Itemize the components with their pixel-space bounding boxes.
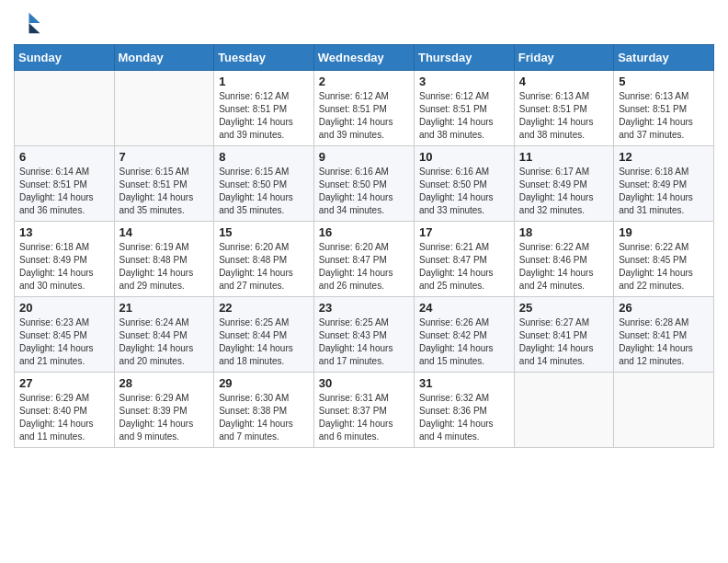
day-number: 3 — [419, 75, 509, 88]
day-of-week-header: Friday — [514, 45, 613, 71]
day-number: 22 — [219, 301, 309, 315]
day-info: Sunrise: 6:26 AMSunset: 8:42 PMDaylight:… — [419, 316, 509, 368]
calendar-cell: 27Sunrise: 6:29 AMSunset: 8:40 PMDayligh… — [15, 373, 115, 448]
day-number: 20 — [19, 301, 109, 315]
day-number: 21 — [119, 301, 210, 315]
svg-marker-1 — [29, 23, 40, 33]
calendar-cell: 1Sunrise: 6:12 AMSunset: 8:51 PMDaylight… — [214, 71, 314, 146]
day-info: Sunrise: 6:18 AMSunset: 8:49 PMDaylight:… — [619, 166, 709, 217]
calendar-cell — [114, 71, 214, 146]
day-number: 1 — [219, 75, 309, 88]
day-number: 4 — [519, 75, 609, 88]
day-number: 17 — [419, 225, 509, 239]
day-info: Sunrise: 6:18 AMSunset: 8:49 PMDaylight:… — [19, 241, 109, 293]
calendar-cell: 25Sunrise: 6:27 AMSunset: 8:41 PMDayligh… — [514, 297, 613, 373]
day-info: Sunrise: 6:14 AMSunset: 8:51 PMDaylight:… — [19, 166, 109, 217]
day-of-week-header: Tuesday — [214, 45, 314, 71]
day-info: Sunrise: 6:28 AMSunset: 8:41 PMDaylight:… — [619, 316, 709, 368]
calendar-cell: 13Sunrise: 6:18 AMSunset: 8:49 PMDayligh… — [15, 222, 115, 297]
calendar-table: SundayMondayTuesdayWednesdayThursdayFrid… — [14, 44, 714, 448]
day-info: Sunrise: 6:29 AMSunset: 8:40 PMDaylight:… — [19, 392, 109, 443]
day-number: 8 — [219, 150, 309, 164]
calendar-cell: 29Sunrise: 6:30 AMSunset: 8:38 PMDayligh… — [214, 373, 314, 448]
day-info: Sunrise: 6:17 AMSunset: 8:49 PMDaylight:… — [519, 166, 609, 217]
calendar-week-row: 13Sunrise: 6:18 AMSunset: 8:49 PMDayligh… — [15, 222, 714, 297]
day-number: 15 — [219, 225, 309, 239]
calendar-cell: 11Sunrise: 6:17 AMSunset: 8:49 PMDayligh… — [514, 146, 613, 222]
day-info: Sunrise: 6:12 AMSunset: 8:51 PMDaylight:… — [219, 90, 309, 142]
calendar-cell: 22Sunrise: 6:25 AMSunset: 8:44 PMDayligh… — [214, 297, 314, 373]
svg-marker-0 — [29, 13, 40, 23]
calendar-cell: 15Sunrise: 6:20 AMSunset: 8:48 PMDayligh… — [214, 222, 314, 297]
day-number: 12 — [619, 150, 709, 164]
day-info: Sunrise: 6:22 AMSunset: 8:45 PMDaylight:… — [619, 241, 709, 293]
calendar-cell: 28Sunrise: 6:29 AMSunset: 8:39 PMDayligh… — [114, 373, 214, 448]
day-info: Sunrise: 6:21 AMSunset: 8:47 PMDaylight:… — [419, 241, 509, 293]
day-number: 26 — [619, 301, 709, 315]
day-info: Sunrise: 6:20 AMSunset: 8:47 PMDaylight:… — [319, 241, 409, 293]
calendar-cell: 6Sunrise: 6:14 AMSunset: 8:51 PMDaylight… — [15, 146, 115, 222]
calendar-cell — [15, 71, 115, 146]
calendar-week-row: 20Sunrise: 6:23 AMSunset: 8:45 PMDayligh… — [15, 297, 714, 373]
day-number: 29 — [219, 376, 309, 390]
day-number: 11 — [519, 150, 609, 164]
calendar-cell: 19Sunrise: 6:22 AMSunset: 8:45 PMDayligh… — [614, 222, 714, 297]
day-number: 31 — [419, 376, 509, 390]
calendar-cell — [514, 373, 613, 448]
day-of-week-header: Monday — [114, 45, 214, 71]
calendar-cell: 5Sunrise: 6:13 AMSunset: 8:51 PMDaylight… — [614, 71, 714, 146]
calendar-cell: 17Sunrise: 6:21 AMSunset: 8:47 PMDayligh… — [414, 222, 514, 297]
day-number: 30 — [319, 376, 409, 390]
calendar-cell: 8Sunrise: 6:15 AMSunset: 8:50 PMDaylight… — [214, 146, 314, 222]
day-info: Sunrise: 6:27 AMSunset: 8:41 PMDaylight:… — [519, 316, 609, 368]
calendar-cell: 2Sunrise: 6:12 AMSunset: 8:51 PMDaylight… — [313, 71, 414, 146]
calendar-cell: 20Sunrise: 6:23 AMSunset: 8:45 PMDayligh… — [15, 297, 115, 373]
day-info: Sunrise: 6:19 AMSunset: 8:48 PMDaylight:… — [119, 241, 210, 293]
day-number: 6 — [19, 150, 109, 164]
day-info: Sunrise: 6:20 AMSunset: 8:48 PMDaylight:… — [219, 241, 309, 293]
calendar-cell: 3Sunrise: 6:12 AMSunset: 8:51 PMDaylight… — [414, 71, 514, 146]
logo-icon — [14, 9, 41, 37]
calendar-cell: 12Sunrise: 6:18 AMSunset: 8:49 PMDayligh… — [614, 146, 714, 222]
day-of-week-header: Sunday — [15, 45, 115, 71]
day-number: 25 — [519, 301, 609, 315]
calendar-cell: 26Sunrise: 6:28 AMSunset: 8:41 PMDayligh… — [614, 297, 714, 373]
day-number: 18 — [519, 225, 609, 239]
day-info: Sunrise: 6:15 AMSunset: 8:51 PMDaylight:… — [119, 166, 210, 217]
calendar-cell: 21Sunrise: 6:24 AMSunset: 8:44 PMDayligh… — [114, 297, 214, 373]
day-info: Sunrise: 6:29 AMSunset: 8:39 PMDaylight:… — [119, 392, 210, 443]
calendar-cell: 30Sunrise: 6:31 AMSunset: 8:37 PMDayligh… — [313, 373, 414, 448]
day-number: 19 — [619, 225, 709, 239]
day-number: 28 — [119, 376, 210, 390]
calendar-week-row: 27Sunrise: 6:29 AMSunset: 8:40 PMDayligh… — [15, 373, 714, 448]
calendar-cell: 14Sunrise: 6:19 AMSunset: 8:48 PMDayligh… — [114, 222, 214, 297]
calendar-cell: 23Sunrise: 6:25 AMSunset: 8:43 PMDayligh… — [313, 297, 414, 373]
calendar-cell: 18Sunrise: 6:22 AMSunset: 8:46 PMDayligh… — [514, 222, 613, 297]
day-info: Sunrise: 6:25 AMSunset: 8:43 PMDaylight:… — [319, 316, 409, 368]
day-number: 2 — [319, 75, 409, 88]
calendar-cell: 31Sunrise: 6:32 AMSunset: 8:36 PMDayligh… — [414, 373, 514, 448]
day-number: 10 — [419, 150, 509, 164]
day-info: Sunrise: 6:22 AMSunset: 8:46 PMDaylight:… — [519, 241, 609, 293]
day-info: Sunrise: 6:13 AMSunset: 8:51 PMDaylight:… — [519, 90, 609, 142]
day-info: Sunrise: 6:31 AMSunset: 8:37 PMDaylight:… — [319, 392, 409, 443]
day-info: Sunrise: 6:16 AMSunset: 8:50 PMDaylight:… — [319, 166, 409, 217]
calendar-cell: 24Sunrise: 6:26 AMSunset: 8:42 PMDayligh… — [414, 297, 514, 373]
day-info: Sunrise: 6:30 AMSunset: 8:38 PMDaylight:… — [219, 392, 309, 443]
calendar-cell — [614, 373, 714, 448]
calendar-cell: 7Sunrise: 6:15 AMSunset: 8:51 PMDaylight… — [114, 146, 214, 222]
day-number: 13 — [19, 225, 109, 239]
day-number: 24 — [419, 301, 509, 315]
page-header — [14, 9, 714, 37]
day-info: Sunrise: 6:16 AMSunset: 8:50 PMDaylight:… — [419, 166, 509, 217]
calendar-header-row: SundayMondayTuesdayWednesdayThursdayFrid… — [15, 45, 714, 71]
day-info: Sunrise: 6:12 AMSunset: 8:51 PMDaylight:… — [419, 90, 509, 142]
day-number: 23 — [319, 301, 409, 315]
day-number: 5 — [619, 75, 709, 88]
day-info: Sunrise: 6:24 AMSunset: 8:44 PMDaylight:… — [119, 316, 210, 368]
calendar-cell: 16Sunrise: 6:20 AMSunset: 8:47 PMDayligh… — [313, 222, 414, 297]
day-of-week-header: Thursday — [414, 45, 514, 71]
day-number: 7 — [119, 150, 210, 164]
day-number: 9 — [319, 150, 409, 164]
day-info: Sunrise: 6:13 AMSunset: 8:51 PMDaylight:… — [619, 90, 709, 142]
